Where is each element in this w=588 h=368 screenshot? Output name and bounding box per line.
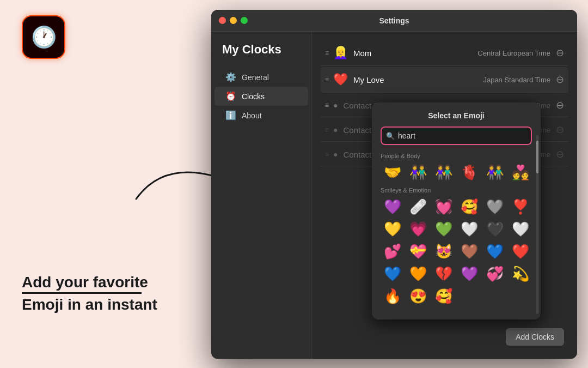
sidebar-label-clocks: Clocks (242, 92, 265, 101)
title-bar: Settings (211, 10, 577, 32)
clock-tz: Central European Time (477, 49, 550, 57)
remove-clock-button[interactable]: ⊖ (556, 99, 564, 111)
emoji-cell[interactable]: 🩹 (406, 197, 430, 217)
emoji-cell[interactable]: 💛 (381, 219, 404, 239)
scrollbar-track (536, 135, 538, 314)
settings-window: Settings My Clocks ⚙️ General ⏰ Clocks ℹ… (211, 10, 577, 359)
emoji-cell[interactable]: ❤️ (509, 242, 532, 262)
general-icon: ⚙️ (225, 72, 236, 82)
about-icon: ℹ️ (225, 110, 236, 120)
emoji-cell[interactable]: 💑 (509, 162, 532, 183)
emoji-cell[interactable]: 💗 (406, 219, 430, 239)
clock-emoji: ● (333, 125, 338, 134)
search-icon: 🔍 (386, 132, 395, 140)
category-label-smileys: Smileys & Emotion (381, 187, 532, 194)
emoji-cell[interactable]: 💚 (432, 219, 455, 239)
marketing-line1: Add your favorite (22, 274, 157, 291)
emoji-cell[interactable]: 🥰 (457, 197, 481, 217)
emoji-cell[interactable]: 🥰 (432, 286, 455, 306)
people-emoji-grid: 🤝 👫 👫 🫀 👫 💑 (381, 162, 532, 183)
category-label-people: People & Body (381, 153, 532, 159)
emoji-cell[interactable]: 🤎 (457, 242, 481, 262)
app-icon: 🕐 (22, 15, 65, 59)
app-icon-wrapper: 🕐 (22, 15, 65, 59)
emoji-cell[interactable]: 😍 (406, 286, 430, 306)
emoji-cell[interactable]: 💕 (381, 242, 404, 262)
emoji-cell[interactable]: 💝 (406, 242, 430, 262)
emoji-cell[interactable]: ❣️ (509, 197, 532, 217)
remove-clock-button[interactable]: ⊖ (556, 148, 564, 160)
emoji-cell[interactable]: 💜 (457, 264, 481, 284)
sidebar-item-clocks[interactable]: ⏰ Clocks (215, 87, 308, 106)
clock-name: My Love (353, 75, 483, 85)
sidebar-title: My Clocks (211, 43, 311, 68)
sidebar-item-about[interactable]: ℹ️ About (215, 106, 308, 125)
clock-emoji: ● (333, 101, 338, 110)
emoji-cell[interactable]: 🖤 (483, 219, 506, 239)
clocks-icon: ⏰ (225, 91, 236, 101)
minimize-button[interactable] (230, 17, 237, 24)
maximize-button[interactable] (241, 17, 248, 24)
emoji-cell[interactable]: 🤍 (457, 219, 481, 239)
emoji-cell[interactable]: 😻 (432, 242, 455, 262)
emoji-cell[interactable]: 🔥 (381, 286, 404, 306)
emoji-cell[interactable]: 👫 (432, 162, 455, 183)
sidebar-item-general[interactable]: ⚙️ General (215, 68, 308, 87)
drag-handle: ≡ (325, 150, 329, 158)
window-body: My Clocks ⚙️ General ⏰ Clocks ℹ️ About ≡… (211, 32, 577, 359)
marketing-text: Add your favorite Emoji in an instant (22, 274, 157, 313)
add-clocks-button[interactable]: Add Clocks (506, 328, 564, 346)
emoji-cell[interactable]: 🤝 (381, 162, 404, 183)
clock-emoji: ● (333, 150, 338, 159)
remove-clock-button[interactable]: ⊖ (556, 124, 564, 136)
emoji-picker-popup: Select an Emoji 🔍 People & Body 🤝 👫 👫 🫀 … (372, 102, 541, 319)
smileys-emoji-grid: 💜 🩹 💓 🥰 🩶 ❣️ 💛 💗 💚 🤍 🖤 🤍 💕 💝 😻 🤎 (381, 197, 532, 306)
drag-handle: ≡ (325, 101, 329, 109)
traffic-lights (219, 17, 248, 24)
emoji-cell[interactable]: 👫 (483, 162, 506, 183)
drag-handle: ≡ (325, 76, 329, 83)
emoji-cell[interactable]: 🤍 (509, 219, 532, 239)
clock-emoji: 👱‍♀️ (333, 46, 348, 60)
clock-tz: Japan Standard Time (483, 76, 550, 84)
sidebar: My Clocks ⚙️ General ⏰ Clocks ℹ️ About (211, 32, 312, 359)
emoji-cell[interactable]: 💜 (381, 197, 404, 217)
emoji-search-wrapper: 🔍 (381, 126, 532, 145)
marketing-underline (22, 292, 142, 294)
sidebar-label-about: About (242, 111, 262, 120)
emoji-cell[interactable]: 💙 (483, 242, 506, 262)
drag-handle: ≡ (325, 126, 329, 134)
emoji-cell[interactable]: 🩶 (483, 197, 506, 217)
remove-clock-button[interactable]: ⊖ (556, 47, 564, 59)
emoji-cell[interactable]: 💫 (509, 264, 532, 284)
emoji-cell[interactable]: 💓 (432, 197, 455, 217)
emoji-search-input[interactable] (381, 126, 532, 145)
clock-emoji: ❤️ (333, 73, 348, 87)
table-row: ≡ 👱‍♀️ Mom Central European Time ⊖ (321, 40, 568, 66)
window-title: Settings (379, 16, 409, 25)
table-row: ≡ ❤️ My Love Japan Standard Time ⊖ (321, 67, 568, 93)
drag-handle: ≡ (325, 49, 329, 57)
main-content: ≡ 👱‍♀️ Mom Central European Time ⊖ ≡ ❤️ … (312, 32, 577, 359)
emoji-cell[interactable]: 💞 (483, 264, 506, 284)
emoji-cell[interactable]: 🧡 (406, 264, 430, 284)
emoji-cell[interactable]: 👫 (406, 162, 430, 183)
marketing-line2: Emoji in an instant (22, 296, 157, 313)
sidebar-label-general: General (242, 73, 269, 82)
emoji-cell[interactable]: 🫀 (457, 162, 481, 183)
emoji-cell[interactable]: 💙 (381, 264, 404, 284)
emoji-picker-title: Select an Emoji (381, 111, 532, 120)
clock-name: Mom (353, 49, 477, 58)
remove-clock-button[interactable]: ⊖ (556, 74, 564, 86)
close-button[interactable] (219, 17, 226, 24)
emoji-cell[interactable]: 💔 (432, 264, 455, 284)
scrollbar-thumb[interactable] (536, 141, 538, 173)
